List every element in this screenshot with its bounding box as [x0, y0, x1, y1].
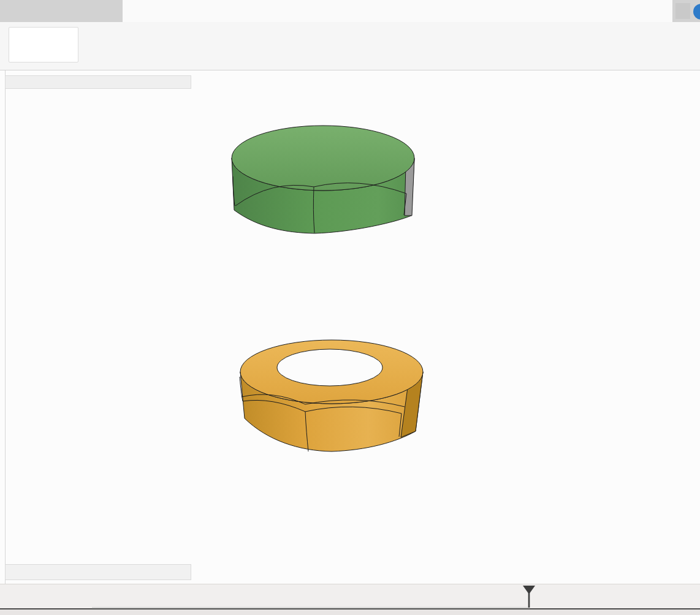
new-tab-button[interactable]: [675, 3, 690, 19]
window-bottom-strip: [0, 608, 700, 615]
3d-model: [0, 70, 700, 584]
document-tab[interactable]: [123, 0, 672, 22]
browser-header[interactable]: [5, 75, 191, 89]
bolt-head: [232, 126, 414, 233]
avatar[interactable]: [693, 4, 700, 20]
workspace-selector[interactable]: [9, 27, 78, 62]
browser-panel: [5, 75, 191, 92]
nut-body: [240, 340, 423, 451]
title-bar: [0, 0, 700, 22]
timeline-playhead[interactable]: [522, 585, 536, 608]
timeline-baseline: [92, 607, 529, 608]
comments-bar[interactable]: [5, 564, 191, 580]
ribbon-toolbar: [0, 22, 700, 70]
timeline: [0, 584, 700, 608]
